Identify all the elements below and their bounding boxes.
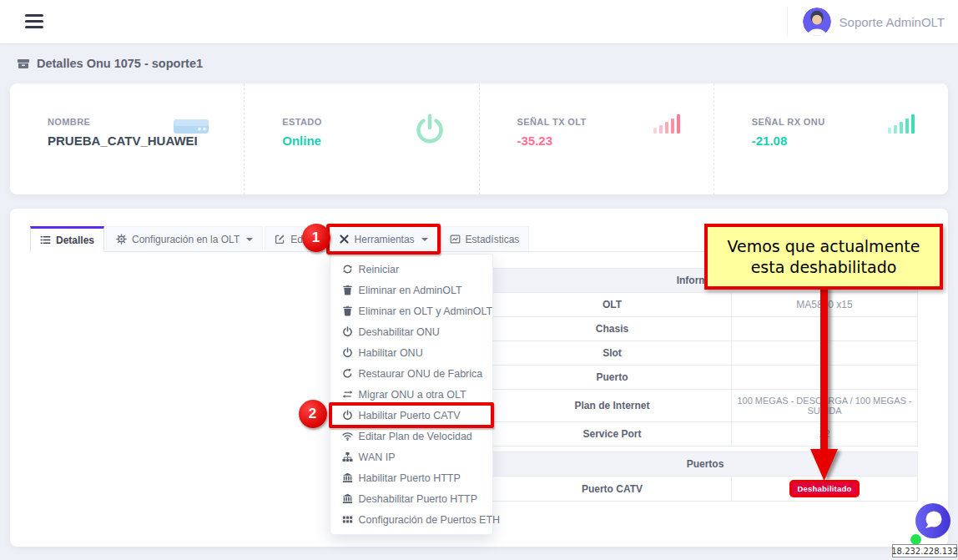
- menu-item-label: Configuración de Puertos ETH: [359, 514, 501, 526]
- onu-ports-table: Puertos Puerto CATV Deshabilitado: [492, 452, 918, 502]
- menu-item-label: WAN IP: [359, 452, 396, 463]
- table-header-row: Puertos: [493, 452, 918, 477]
- stat-label: ESTADO: [282, 117, 478, 127]
- chat-bubble-icon: [914, 502, 952, 540]
- wifi-icon: [342, 431, 353, 441]
- menu-item-wan-ip[interactable]: WAN IP: [330, 446, 492, 467]
- stat-label: SEÑAL RX ONU: [752, 117, 948, 127]
- power-icon: [342, 347, 353, 358]
- power-icon: [342, 326, 353, 337]
- tab-label: Herramientas: [355, 234, 415, 245]
- tab-estadisticas[interactable]: Estadísticas: [440, 226, 530, 251]
- onu-summary-card: NOMBRE PRUEBA_CATV_HUAWEI ESTADO Online …: [10, 83, 948, 194]
- table-row: Puerto 0: [493, 366, 918, 390]
- chevron-down-icon: [246, 238, 253, 241]
- menu-item-label: Migrar ONU a otra OLT: [359, 389, 466, 401]
- tab-label: Configuración en la OLT: [132, 234, 240, 245]
- exchange-icon: [342, 389, 353, 400]
- table-row: Puerto CATV Deshabilitado: [493, 477, 918, 502]
- table-row: Plan de Internet 100 MEGAS - DESCARGA / …: [493, 390, 918, 422]
- table-row: Service Port 12: [493, 422, 918, 446]
- sitemap-icon: [342, 452, 353, 462]
- menu-item-label: Restaurar ONU de Fabrica: [359, 368, 483, 380]
- tab-label: Detalles: [56, 235, 94, 246]
- menu-item-habilitar-onu[interactable]: Habilitar ONU: [330, 342, 492, 363]
- redo-icon: [342, 368, 353, 379]
- menu-item-configuracion-puertos-eth[interactable]: Configuración de Puertos ETH: [330, 509, 492, 530]
- annotation-step-circle-2: 2: [299, 400, 327, 428]
- edit-icon: [275, 234, 285, 245]
- ip-address-text: 18.232.228.132: [891, 547, 958, 556]
- tab-editar[interactable]: Editar: [265, 226, 326, 251]
- ports-table-header: Puertos: [493, 452, 918, 477]
- tab-configuracion-olt[interactable]: Configuración en la OLT: [106, 226, 263, 251]
- menu-item-label: Habilitar ONU: [359, 347, 423, 359]
- power-icon: [414, 114, 446, 149]
- menu-item-label: Deshabilitar Puerto HTTP: [359, 493, 477, 505]
- onu-info-table: Información OLT MA5800 x15 Chasis 0 Slot…: [492, 268, 918, 446]
- menu-item-label: Habilitar Puerto CATV: [359, 410, 461, 421]
- bank-icon: [342, 493, 353, 504]
- stat-senal-rx-onu: SEÑAL RX ONU -21.08: [713, 83, 948, 194]
- tab-label: Editar: [290, 234, 316, 245]
- menu-item-label: Editar Plan de Velocidad: [359, 431, 472, 442]
- user-avatar[interactable]: [803, 8, 831, 36]
- onu-archive-icon: [17, 57, 30, 70]
- signal-bars-icon: [888, 114, 915, 134]
- tab-detalles[interactable]: Detalles: [30, 226, 104, 252]
- hamburger-menu-icon[interactable]: [25, 14, 43, 29]
- stat-label: NOMBRE: [48, 117, 244, 127]
- stat-value: -21.08: [752, 134, 948, 148]
- menu-item-eliminar-adminolt[interactable]: Eliminar en AdminOLT: [330, 280, 492, 300]
- menu-item-migrar-onu[interactable]: Migrar ONU a otra OLT: [330, 384, 492, 405]
- chevron-down-icon: [421, 238, 428, 241]
- stat-nombre: NOMBRE PRUEBA_CATV_HUAWEI: [10, 83, 244, 194]
- user-name[interactable]: Soporte AdminOLT: [840, 15, 945, 29]
- table-row: Slot 1: [493, 341, 918, 366]
- menu-item-label: Habilitar Puerto HTTP: [359, 472, 461, 484]
- menu-item-label: Eliminar en AdminOLT: [359, 285, 462, 296]
- breadcrumb: Detalles Onu 1075 - soporte1: [17, 57, 203, 70]
- stat-senal-tx-olt: SEÑAL TX OLT -35.23: [479, 83, 713, 194]
- menu-item-editar-plan-velocidad[interactable]: Editar Plan de Velocidad: [330, 426, 492, 446]
- stat-value: PRUEBA_CATV_HUAWEI: [48, 134, 244, 148]
- navbar-divider: [787, 7, 788, 37]
- top-navbar: Soporte AdminOLT: [0, 0, 958, 43]
- menu-item-habilitar-puerto-http[interactable]: Habilitar Puerto HTTP: [330, 467, 492, 488]
- stat-estado: ESTADO Online: [244, 83, 478, 194]
- power-icon: [342, 410, 353, 421]
- trash-icon: [342, 285, 353, 295]
- menu-item-label: Deshabilitar ONU: [359, 326, 440, 338]
- page-title: Detalles Onu 1075 - soporte1: [37, 57, 203, 70]
- tab-label: Estadísticas: [466, 234, 520, 245]
- menu-item-label: Reiniciar: [359, 264, 400, 275]
- router-icon: [172, 114, 210, 139]
- avatar-person-icon: [803, 8, 831, 36]
- menu-item-reiniciar[interactable]: Reiniciar: [330, 259, 492, 280]
- table-row: Chasis 0: [493, 317, 918, 341]
- herramientas-dropdown: Reiniciar Eliminar en AdminOLT Eliminar …: [330, 254, 493, 535]
- menu-item-habilitar-puerto-catv[interactable]: Habilitar Puerto CATV 2: [330, 405, 492, 426]
- status-badge-deshabilitado: Deshabilitado: [792, 482, 858, 495]
- stat-value: Online: [282, 134, 478, 148]
- bank-icon: [342, 472, 353, 483]
- stat-label: SEÑAL TX OLT: [517, 117, 713, 127]
- tab-herramientas[interactable]: Herramientas 1 Reiniciar: [329, 226, 438, 251]
- list-icon: [40, 235, 51, 245]
- menu-item-deshabilitar-onu[interactable]: Deshabilitar ONU: [330, 321, 492, 342]
- stat-value: -35.23: [517, 134, 713, 148]
- gear-icon: [116, 234, 127, 245]
- chart-icon: [450, 234, 461, 245]
- th-grid-icon: [342, 514, 353, 525]
- chat-widget-button[interactable]: [914, 502, 952, 540]
- trash-icon: [342, 305, 353, 316]
- table-row: OLT MA5800 x15: [493, 293, 918, 317]
- menu-item-restaurar-fabrica[interactable]: Restaurar ONU de Fabrica: [330, 363, 492, 384]
- tools-icon: [339, 234, 350, 245]
- menu-item-eliminar-olt-adminolt[interactable]: Eliminar en OLT y AdminOLT: [330, 300, 492, 321]
- menu-item-label: Eliminar en OLT y AdminOLT: [359, 305, 492, 317]
- ip-address-tooltip: 18.232.228.132: [892, 544, 957, 557]
- annotation-callout: Vemos que actualmente esta deshabilitado: [704, 224, 943, 290]
- signal-bars-icon: [653, 114, 680, 134]
- menu-item-deshabilitar-puerto-http[interactable]: Deshabilitar Puerto HTTP: [330, 488, 492, 509]
